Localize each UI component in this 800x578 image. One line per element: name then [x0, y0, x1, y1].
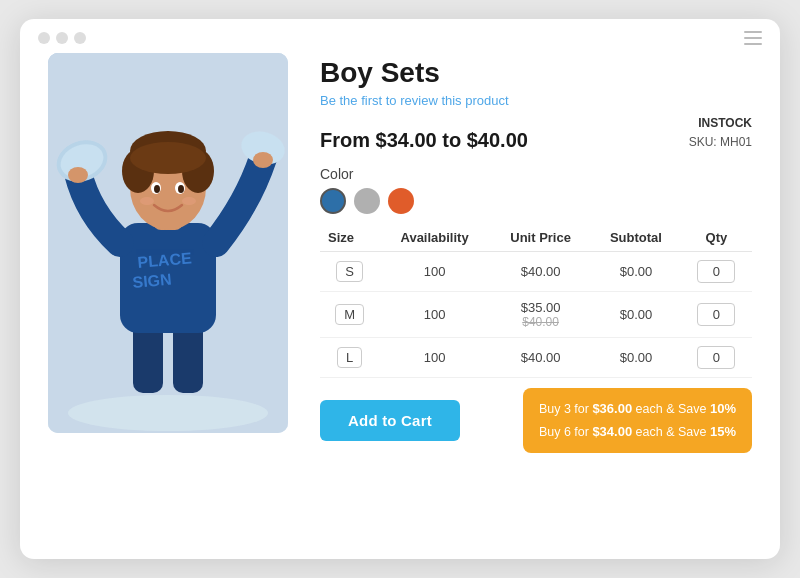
unit-price-cell: $35.00 $40.00 — [490, 292, 591, 338]
dot-2 — [56, 32, 68, 44]
subtotal-cell: $0.00 — [591, 338, 681, 378]
bulk-discount-line2: Buy 6 for $34.00 each & Save 15% — [539, 421, 736, 443]
price-stock-row: From $34.00 to $40.00 INSTOCK SKU: MH01 — [320, 114, 752, 152]
unit-price-cell: $40.00 — [490, 338, 591, 378]
table-row: L 100 $40.00 $0.00 — [320, 338, 752, 378]
bulk-line1-save: 10% — [710, 401, 736, 416]
price-original-m: $40.00 — [498, 315, 583, 329]
col-header-size: Size — [320, 224, 379, 252]
qty-cell — [681, 292, 752, 338]
size-table: Size Availability Unit Price Subtotal Qt… — [320, 224, 752, 378]
svg-point-12 — [130, 142, 206, 174]
price-current: $40.00 — [521, 264, 561, 279]
bulk-line1-price: $36.00 — [592, 401, 632, 416]
sku-label: SKU: MH01 — [689, 135, 752, 149]
stock-sku: INSTOCK SKU: MH01 — [689, 114, 752, 152]
svg-point-1 — [68, 395, 268, 431]
price-range: From $34.00 to $40.00 — [320, 129, 528, 152]
size-cell: L — [320, 338, 379, 378]
color-label: Color — [320, 166, 752, 182]
qty-cell — [681, 252, 752, 292]
product-image: PLACE SIGN — [48, 53, 288, 433]
dot-3 — [74, 32, 86, 44]
size-badge-l: L — [337, 347, 362, 368]
availability-cell: 100 — [379, 252, 490, 292]
titlebar — [20, 19, 780, 53]
qty-input-l[interactable] — [697, 346, 735, 369]
bulk-discount-line1: Buy 3 for $36.00 each & Save 10% — [539, 398, 736, 420]
subtotal-cell: $0.00 — [591, 292, 681, 338]
size-cell: S — [320, 252, 379, 292]
bulk-line2-prefix: Buy 6 for — [539, 425, 593, 439]
availability-cell: 100 — [379, 292, 490, 338]
product-window: PLACE SIGN — [20, 19, 780, 559]
color-swatch-orange[interactable] — [388, 188, 414, 214]
color-swatch-blue[interactable] — [320, 188, 346, 214]
color-swatch-gray[interactable] — [354, 188, 380, 214]
add-to-cart-button[interactable]: Add to Cart — [320, 400, 460, 441]
svg-point-16 — [178, 185, 184, 193]
svg-point-17 — [140, 197, 154, 205]
qty-input-m[interactable] — [697, 303, 735, 326]
col-header-availability: Availability — [379, 224, 490, 252]
bulk-discount-box: Buy 3 for $36.00 each & Save 10% Buy 6 f… — [523, 388, 752, 453]
qty-input-s[interactable] — [697, 260, 735, 283]
bulk-line1-suffix: each & Save — [632, 402, 710, 416]
availability-cell: 100 — [379, 338, 490, 378]
svg-point-15 — [154, 185, 160, 193]
color-section: Color — [320, 166, 752, 214]
color-options — [320, 188, 752, 214]
instock-label: INSTOCK — [698, 116, 752, 130]
table-row: M 100 $35.00 $40.00 $0.00 — [320, 292, 752, 338]
dot-1 — [38, 32, 50, 44]
product-content: PLACE SIGN — [20, 53, 780, 453]
review-link[interactable]: Be the first to review this product — [320, 93, 752, 108]
svg-text:SIGN: SIGN — [132, 271, 172, 291]
unit-price-cell: $40.00 — [490, 252, 591, 292]
menu-icon[interactable] — [744, 31, 762, 45]
price-current-l: $40.00 — [521, 350, 561, 365]
bulk-line2-save: 15% — [710, 424, 736, 439]
size-badge-s: S — [336, 261, 363, 282]
col-header-qty: Qty — [681, 224, 752, 252]
svg-point-18 — [182, 197, 196, 205]
price-current-m: $35.00 — [521, 300, 561, 315]
product-details: Boy Sets Be the first to review this pro… — [320, 53, 752, 453]
svg-point-22 — [68, 167, 88, 183]
col-header-subtotal: Subtotal — [591, 224, 681, 252]
subtotal-cell: $0.00 — [591, 252, 681, 292]
product-title: Boy Sets — [320, 57, 752, 89]
col-header-unit-price: Unit Price — [490, 224, 591, 252]
bulk-line2-price: $34.00 — [592, 424, 632, 439]
window-controls — [38, 32, 86, 44]
child-illustration: PLACE SIGN — [48, 53, 288, 433]
size-badge-m: M — [335, 304, 364, 325]
product-image-placeholder: PLACE SIGN — [48, 53, 288, 433]
bulk-line1-prefix: Buy 3 for — [539, 402, 593, 416]
qty-cell — [681, 338, 752, 378]
table-row: S 100 $40.00 $0.00 — [320, 252, 752, 292]
size-cell: M — [320, 292, 379, 338]
bulk-line2-suffix: each & Save — [632, 425, 710, 439]
bottom-row: Add to Cart Buy 3 for $36.00 each & Save… — [320, 388, 752, 453]
svg-point-23 — [253, 152, 273, 168]
